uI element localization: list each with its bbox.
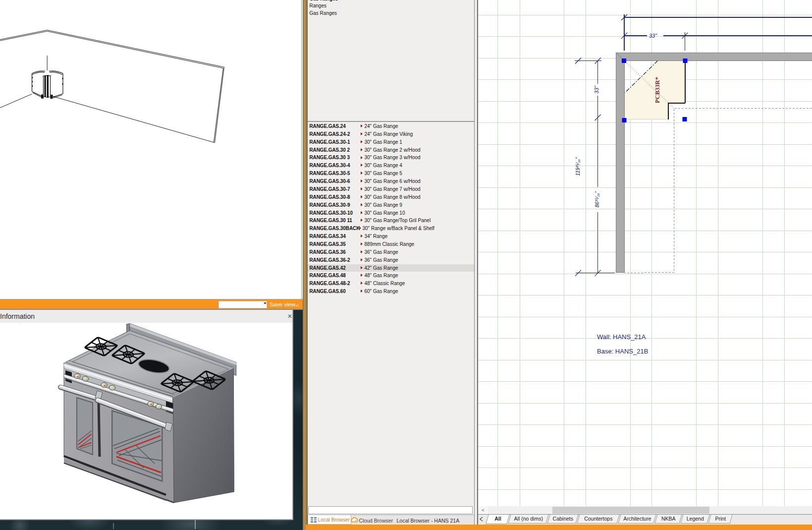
svg-text:33": 33"	[649, 33, 657, 39]
svg-text:86¹⁵⁄₁₆": 86¹⁵⁄₁₆"	[594, 190, 600, 207]
svg-text:PCB33R*: PCB33R*	[654, 77, 661, 103]
svg-text:33": 33"	[594, 85, 599, 94]
svg-text:119¹⁵⁄₁₆": 119¹⁵⁄₁₆"	[575, 157, 581, 176]
